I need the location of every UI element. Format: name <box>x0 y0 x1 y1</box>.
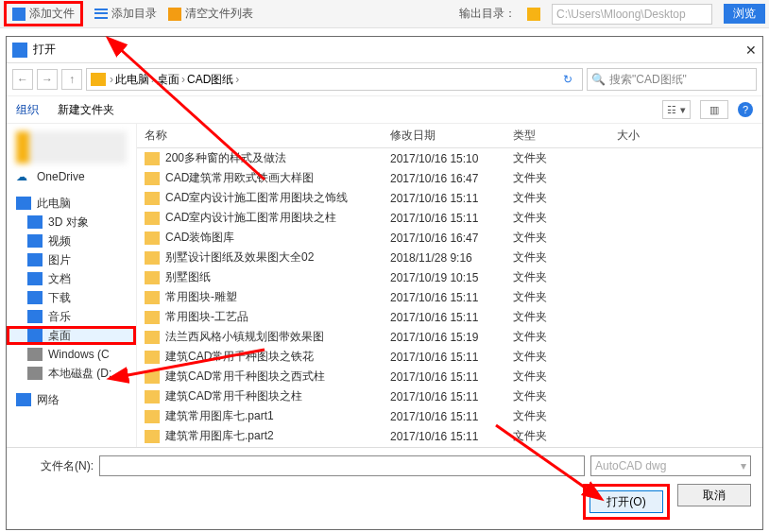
breadcrumb[interactable]: › 此电脑 › 桌面 › CAD图纸 › ↻ <box>86 68 583 91</box>
browse-button[interactable]: 浏览 <box>724 4 765 24</box>
table-row[interactable]: 常用图块-雕塑2017/10/16 15:11文件夹 <box>137 287 762 307</box>
sidebar-item-桌面[interactable]: 桌面 <box>7 326 136 345</box>
table-row[interactable]: 别墅设计图纸及效果图大全022018/11/28 9:16文件夹 <box>137 248 762 267</box>
onedrive-icon: ☁ <box>16 170 31 183</box>
file-name: 法兰西风格小镇规划图带效果图 <box>165 329 324 345</box>
add-file-button[interactable]: 添加文件 <box>4 1 83 26</box>
file-date: 2017/10/16 15:11 <box>383 426 505 446</box>
search-input[interactable]: 🔍 搜索"CAD图纸" <box>587 68 757 91</box>
filename-input[interactable] <box>99 455 585 476</box>
file-size <box>609 327 762 347</box>
sidebar-quickaccess[interactable] <box>16 131 127 163</box>
file-size <box>609 267 762 287</box>
tool-row: 组织 新建文件夹 ☷ ▾ ▥ ? <box>7 95 762 124</box>
sidebar-item-label: 下载 <box>48 290 71 306</box>
file-type: 文件夹 <box>505 208 609 228</box>
bc-part[interactable]: CAD图纸 <box>187 72 233 88</box>
file-type: 文件夹 <box>505 287 609 307</box>
file-size <box>609 406 762 426</box>
sidebar-item-音乐[interactable]: 音乐 <box>7 307 136 326</box>
folder-icon <box>145 390 160 403</box>
nav-forward[interactable]: → <box>37 69 58 90</box>
nav-back[interactable]: ← <box>12 69 33 90</box>
open-button[interactable]: 打开(O) <box>590 490 663 513</box>
table-row[interactable]: 建筑CAD常用千种图块之柱2017/10/16 15:11文件夹 <box>137 386 762 406</box>
dialog-footer: 文件名(N): AutoCAD dwg▾ 打开(O) 取消 <box>7 447 762 529</box>
sidebar-item-3D 对象[interactable]: 3D 对象 <box>7 213 136 232</box>
file-date: 2017/10/16 16:47 <box>383 228 505 248</box>
clear-list-button[interactable]: 清空文件列表 <box>168 6 253 22</box>
col-type[interactable]: 类型 <box>505 124 609 148</box>
file-size <box>609 148 762 169</box>
table-row[interactable]: CAD室内设计施工图常用图块之柱2017/10/16 15:11文件夹 <box>137 208 762 228</box>
table-row[interactable]: 常用图块-工艺品2017/10/16 15:11文件夹 <box>137 307 762 327</box>
bc-part[interactable]: 桌面 <box>157 72 179 88</box>
sidebar-item-下载[interactable]: 下载 <box>7 288 136 307</box>
filename-label: 文件名(N): <box>18 458 94 474</box>
table-row[interactable]: 建筑CAD常用千种图块之西式柱2017/10/16 15:11文件夹 <box>137 367 762 386</box>
output-path-field[interactable]: C:\Users\Mloong\Desktop <box>552 4 712 25</box>
file-type: 文件夹 <box>505 248 609 267</box>
table-row[interactable]: CAD装饰图库2017/10/16 16:47文件夹 <box>137 228 762 248</box>
table-row[interactable]: 建筑CAD常用千种图块之铁花2017/10/16 15:11文件夹 <box>137 347 762 367</box>
file-name: 建筑常用图库七.part1 <box>165 408 274 424</box>
preview-pane-button[interactable]: ▥ <box>700 100 728 119</box>
col-size[interactable]: 大小 <box>609 124 762 148</box>
sidebar-item-文档[interactable]: 文档 <box>7 269 136 288</box>
table-row[interactable]: 建筑常用图库七.part12017/10/16 15:11文件夹 <box>137 406 762 426</box>
col-name[interactable]: 名称 <box>137 124 383 148</box>
sidebar-item-label: 3D 对象 <box>48 215 89 231</box>
file-size <box>609 367 762 386</box>
sidebar-item-label: 网络 <box>37 392 60 408</box>
table-row[interactable]: 建筑常用图库七.part22017/10/16 15:11文件夹 <box>137 426 762 446</box>
sidebar-item-OneDrive[interactable]: ☁OneDrive <box>7 167 136 186</box>
nav-up[interactable]: ↑ <box>61 69 82 90</box>
dialog-titlebar: 打开 ✕ <box>7 37 762 63</box>
sidebar-item-本地磁盘 (D:[interactable]: 本地磁盘 (D: <box>7 364 136 383</box>
sidebar-item-视频[interactable]: 视频 <box>7 232 136 250</box>
add-dir-label: 添加目录 <box>111 6 157 22</box>
view-mode-button[interactable]: ☷ ▾ <box>662 100 691 119</box>
add-dir-button[interactable]: 添加目录 <box>94 6 157 22</box>
table-row[interactable]: 法兰西风格小镇规划图带效果图2017/10/16 15:19文件夹 <box>137 327 762 347</box>
help-icon[interactable]: ? <box>738 102 753 117</box>
sidebar-item-图片[interactable]: 图片 <box>7 250 136 269</box>
bc-part[interactable]: 此电脑 <box>115 72 149 88</box>
refresh-icon[interactable]: ↻ <box>557 73 578 86</box>
folder-icon <box>145 370 160 384</box>
sidebar-item-Windows (C[interactable]: Windows (C <box>7 345 136 364</box>
sidebar-item-网络[interactable]: 网络 <box>7 390 136 409</box>
file-name: 建筑CAD常用千种图块之铁花 <box>165 349 314 365</box>
blue-icon <box>27 215 43 229</box>
table-row[interactable]: CAD室内设计施工图常用图块之饰线2017/10/16 15:11文件夹 <box>137 188 762 208</box>
file-size <box>609 248 762 267</box>
sidebar-item-此电脑[interactable]: 此电脑 <box>7 194 136 213</box>
file-type: 文件夹 <box>505 267 609 287</box>
cancel-button[interactable]: 取消 <box>677 484 751 506</box>
disk-icon <box>27 367 43 380</box>
list-icon <box>94 8 108 21</box>
table-row[interactable]: 别墅图纸2017/10/19 10:15文件夹 <box>137 267 762 287</box>
file-size <box>609 287 762 307</box>
folder-icon <box>145 232 160 245</box>
table-row[interactable]: CAD建筑常用欧式铁画大样图2017/10/16 16:47文件夹 <box>137 168 762 188</box>
table-row[interactable]: 200多种窗的样式及做法2017/10/16 15:10文件夹 <box>137 148 762 169</box>
file-type-combo[interactable]: AutoCAD dwg▾ <box>590 455 751 476</box>
file-size <box>609 347 762 367</box>
folder-icon <box>91 73 106 86</box>
organize-menu[interactable]: 组织 <box>16 102 39 118</box>
new-folder-button[interactable]: 新建文件夹 <box>58 102 114 118</box>
file-size <box>609 188 762 208</box>
search-icon: 🔍 <box>591 73 606 86</box>
folder-icon <box>145 291 160 304</box>
close-icon[interactable]: ✕ <box>745 43 757 58</box>
file-type: 文件夹 <box>505 367 609 386</box>
col-date[interactable]: 修改日期 <box>383 124 505 148</box>
folder-icon <box>145 212 160 225</box>
sidebar-item-label: 此电脑 <box>37 196 71 212</box>
open-dialog: 打开 ✕ ← → ↑ › 此电脑 › 桌面 › CAD图纸 › ↻ 🔍 搜索"C… <box>6 36 763 530</box>
folder-icon <box>527 8 540 21</box>
file-name: CAD室内设计施工图常用图块之饰线 <box>165 190 348 206</box>
folder-icon <box>145 331 160 344</box>
file-name: 常用图块-工艺品 <box>165 309 248 325</box>
